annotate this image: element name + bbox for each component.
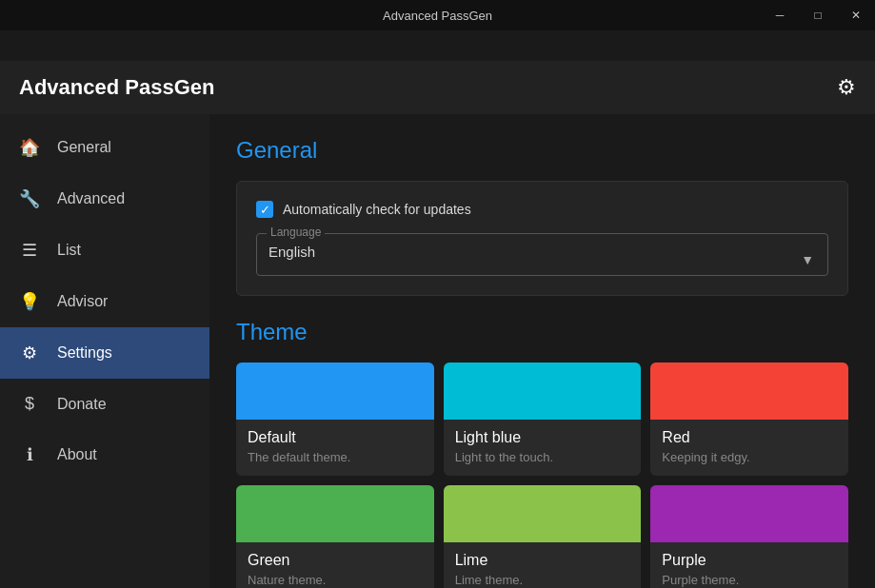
theme-desc-default: The default theme. bbox=[248, 450, 423, 464]
advisor-icon: 💡 bbox=[19, 291, 40, 312]
theme-color-purple bbox=[650, 485, 848, 542]
main-content: General ✓ Automatically check for update… bbox=[209, 114, 875, 588]
sidebar-item-about[interactable]: ℹAbout bbox=[0, 429, 209, 480]
auto-update-checkbox[interactable]: ✓ bbox=[256, 201, 273, 218]
theme-desc-purple: Purple theme. bbox=[662, 573, 837, 587]
theme-name-purple: Purple bbox=[662, 552, 837, 569]
theme-name-red: Red bbox=[662, 429, 837, 446]
theme-desc-green: Nature theme. bbox=[248, 573, 423, 587]
general-icon: 🏠 bbox=[19, 137, 40, 158]
theme-card-purple[interactable]: PurplePurple theme. bbox=[650, 485, 848, 588]
sidebar-item-advisor[interactable]: 💡Advisor bbox=[0, 276, 209, 327]
titlebar-controls: ─ □ ✕ bbox=[761, 0, 875, 30]
sidebar-item-donate[interactable]: $Donate bbox=[0, 379, 209, 429]
theme-info-light_blue: Light blueLight to the touch. bbox=[444, 420, 642, 476]
theme-desc-lime: Lime theme. bbox=[455, 573, 630, 587]
sidebar-label-about: About bbox=[57, 446, 97, 463]
close-button[interactable]: ✕ bbox=[837, 0, 875, 30]
sidebar-item-settings[interactable]: ⚙Settings bbox=[0, 327, 209, 379]
maximize-button[interactable]: □ bbox=[799, 0, 837, 30]
theme-color-light_blue bbox=[444, 363, 642, 420]
theme-info-purple: PurplePurple theme. bbox=[650, 542, 848, 588]
theme-grid: DefaultThe default theme.Light blueLight… bbox=[236, 363, 848, 588]
sidebar-item-general[interactable]: 🏠General bbox=[0, 122, 209, 173]
sidebar-label-settings: Settings bbox=[57, 344, 112, 362]
about-icon: ℹ bbox=[19, 444, 40, 465]
sidebar-label-advanced: Advanced bbox=[57, 190, 125, 207]
theme-color-red bbox=[650, 363, 848, 420]
theme-desc-light_blue: Light to the touch. bbox=[455, 450, 630, 464]
language-legend: Language bbox=[267, 225, 325, 239]
minimize-button[interactable]: ─ bbox=[761, 0, 799, 30]
sidebar-label-list: List bbox=[57, 242, 81, 259]
donate-icon: $ bbox=[19, 394, 40, 414]
sidebar-item-list[interactable]: ☰List bbox=[0, 225, 209, 276]
theme-desc-red: Keeping it edgy. bbox=[662, 450, 837, 464]
titlebar-title: Advanced PassGen bbox=[383, 9, 492, 23]
theme-info-red: RedKeeping it edgy. bbox=[650, 420, 848, 476]
theme-name-lime: Lime bbox=[455, 552, 630, 569]
sidebar-item-advanced[interactable]: 🔧Advanced bbox=[0, 173, 209, 225]
theme-card-red[interactable]: RedKeeping it edgy. bbox=[650, 363, 848, 476]
titlebar: Advanced PassGen ─ □ ✕ bbox=[0, 0, 875, 30]
theme-name-green: Green bbox=[248, 552, 423, 569]
app-title: Advanced PassGen bbox=[19, 75, 214, 100]
advanced-icon: 🔧 bbox=[19, 188, 40, 209]
sidebar-label-donate: Donate bbox=[57, 396, 107, 413]
list-icon: ☰ bbox=[19, 240, 40, 261]
theme-name-default: Default bbox=[248, 429, 423, 446]
theme-color-default bbox=[236, 363, 434, 420]
auto-update-label: Automatically check for updates bbox=[283, 202, 471, 217]
theme-info-green: GreenNature theme. bbox=[236, 542, 434, 588]
sidebar-label-general: General bbox=[57, 139, 111, 156]
theme-color-lime bbox=[444, 485, 642, 542]
sidebar: 🏠General🔧Advanced☰List💡Advisor⚙Settings$… bbox=[0, 114, 209, 588]
theme-card-default[interactable]: DefaultThe default theme. bbox=[236, 363, 434, 476]
gear-icon[interactable]: ⚙ bbox=[837, 75, 856, 100]
app-header: Advanced PassGen ⚙ bbox=[0, 61, 875, 114]
theme-section-title: Theme bbox=[236, 319, 848, 345]
general-section-title: General bbox=[236, 137, 848, 164]
app-wrapper: Advanced PassGen ⚙ 🏠General🔧Advanced☰Lis… bbox=[0, 30, 875, 588]
theme-color-green bbox=[236, 485, 434, 542]
sidebar-label-advisor: Advisor bbox=[57, 293, 108, 310]
theme-info-lime: LimeLime theme. bbox=[444, 542, 642, 588]
theme-name-light_blue: Light blue bbox=[455, 429, 630, 446]
theme-info-default: DefaultThe default theme. bbox=[236, 420, 434, 476]
theme-card-green[interactable]: GreenNature theme. bbox=[236, 485, 434, 588]
auto-update-row: ✓ Automatically check for updates bbox=[256, 201, 828, 218]
language-dropdown-wrapper: Language English French German Spanish ▼ bbox=[256, 233, 828, 276]
general-settings-box: ✓ Automatically check for updates Langua… bbox=[236, 181, 848, 296]
theme-card-light_blue[interactable]: Light blueLight to the touch. bbox=[444, 363, 642, 476]
language-select[interactable]: English French German Spanish bbox=[268, 238, 816, 265]
settings-icon: ⚙ bbox=[19, 343, 40, 363]
theme-card-lime[interactable]: LimeLime theme. bbox=[444, 485, 642, 588]
